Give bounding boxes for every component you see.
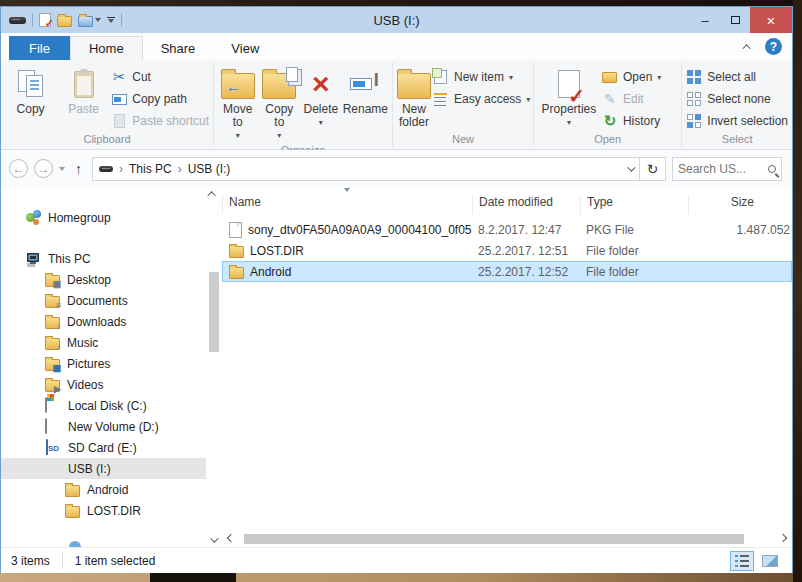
sidebar-item-new-volume-d[interactable]: New Volume (D:): [1, 416, 206, 437]
properties-button[interactable]: Properties▾: [538, 64, 600, 129]
scroll-up-icon[interactable]: [207, 191, 215, 199]
properties-icon[interactable]: ✓: [39, 13, 51, 27]
back-button[interactable]: ←: [9, 159, 28, 178]
new-folder-button[interactable]: New folder: [397, 64, 431, 129]
copy-button[interactable]: Copy: [5, 64, 56, 116]
sidebar-item-desktop[interactable]: ▣ Desktop: [1, 269, 206, 290]
sidebar-item-local-disk-c[interactable]: Local Disk (C:): [1, 395, 206, 416]
breadcrumb-usb[interactable]: USB (I:): [188, 162, 231, 176]
sidebar-item-usb-i[interactable]: USB (I:): [1, 458, 206, 479]
move-to-button[interactable]: ← Move to▾: [218, 64, 258, 142]
address-dropdown-icon[interactable]: [627, 163, 635, 171]
cut-button[interactable]: ✂ Cut: [111, 68, 209, 86]
file-row-android[interactable]: Android 25.2.2017. 12:52 File folder: [222, 261, 792, 282]
file-icon: [229, 222, 242, 238]
minimize-ribbon-icon[interactable]: [742, 44, 750, 52]
new-folder-icon[interactable]: [57, 16, 72, 27]
select-all-icon: [686, 69, 702, 85]
copy-to-button[interactable]: Copy to▾: [260, 64, 300, 142]
scroll-left-icon[interactable]: [227, 534, 235, 542]
folder-icon: [229, 267, 244, 279]
history-button[interactable]: ↻ History: [602, 112, 661, 130]
paste-shortcut-icon: [111, 113, 127, 129]
sidebar-item-downloads[interactable]: ↓ Downloads: [1, 311, 206, 332]
copy-path-button[interactable]: Copy path: [111, 90, 209, 108]
easy-access-button[interactable]: Easy access▾: [433, 90, 530, 108]
quick-access-toolbar: ✓: [9, 13, 122, 27]
thumbnails-view-button[interactable]: [758, 551, 782, 571]
details-view-button[interactable]: [730, 551, 754, 571]
minimize-button[interactable]: –: [690, 7, 720, 33]
computer-icon: [25, 251, 41, 267]
close-button[interactable]: ×: [750, 7, 792, 33]
title-bar: ✓ USB (I:) – ×: [1, 7, 792, 33]
recent-locations-icon[interactable]: [59, 167, 65, 171]
group-organize: ← Move to▾ Copy to▾ × Delete▾ I Rename O…: [214, 60, 392, 149]
column-date-modified[interactable]: Date modified: [472, 195, 580, 214]
scroll-right-icon[interactable]: [779, 534, 787, 542]
help-icon[interactable]: ?: [765, 38, 782, 55]
scrollbar-thumb[interactable]: [209, 272, 219, 352]
rename-button[interactable]: I Rename: [343, 64, 388, 116]
column-type[interactable]: Type: [580, 195, 688, 214]
sidebar-item-android[interactable]: Android: [1, 479, 206, 500]
breadcrumb-this-pc[interactable]: This PC: [129, 162, 172, 176]
sidebar-item-homegroup[interactable]: Homegroup: [1, 207, 206, 228]
music-folder-icon: ♪: [45, 338, 60, 350]
separator: [62, 553, 63, 569]
sort-indicator-icon: [344, 188, 350, 192]
dropdown-icon: [95, 18, 101, 22]
tab-share[interactable]: Share: [143, 36, 214, 60]
selection-count: 1 item selected: [75, 554, 156, 568]
open-icon: [602, 69, 618, 85]
invert-selection-icon: [686, 113, 702, 129]
sidebar-item-documents[interactable]: ≡ Documents: [1, 290, 206, 311]
select-none-button[interactable]: Select none: [686, 90, 788, 108]
up-button[interactable]: ↑: [71, 161, 86, 177]
file-row-lost-dir[interactable]: LOST.DIR 25.2.2017. 12:51 File folder: [222, 240, 792, 261]
scrollbar-thumb[interactable]: [244, 534, 744, 544]
tab-view[interactable]: View: [213, 36, 277, 60]
refresh-button[interactable]: ↻: [640, 157, 666, 181]
tab-home[interactable]: Home: [70, 36, 143, 60]
videos-folder-icon: ▶: [45, 380, 60, 392]
ribbon-tabs: File Home Share View ?: [1, 33, 792, 60]
paste-button[interactable]: Paste: [58, 64, 109, 116]
easy-access-icon: [433, 91, 449, 107]
invert-selection-button[interactable]: Invert selection: [686, 112, 788, 130]
scroll-down-icon[interactable]: [210, 534, 218, 542]
column-name[interactable]: Name: [222, 195, 472, 214]
address-bar[interactable]: › This PC › USB (I:): [92, 157, 640, 181]
maximize-button[interactable]: [720, 7, 750, 33]
dropdown-icon: [108, 19, 114, 23]
select-all-button[interactable]: Select all: [686, 68, 788, 86]
sidebar-item-pictures[interactable]: ▦ Pictures: [1, 353, 206, 374]
downloads-folder-icon: ↓: [45, 317, 60, 329]
documents-folder-icon: ≡: [45, 296, 60, 308]
move-to-icon: ←: [221, 67, 255, 101]
edit-button[interactable]: ✎ Edit: [602, 90, 661, 108]
search-box[interactable]: [672, 157, 782, 181]
sidebar-item-music[interactable]: ♪ Music: [1, 332, 206, 353]
delete-button[interactable]: × Delete▾: [301, 64, 341, 129]
paste-shortcut-button[interactable]: Paste shortcut: [111, 112, 209, 130]
tab-file[interactable]: File: [9, 36, 70, 60]
search-input[interactable]: [678, 162, 768, 176]
new-item-button[interactable]: New item▾: [433, 68, 530, 86]
customize-toolbar-button[interactable]: [107, 17, 115, 24]
horizontal-scrollbar[interactable]: [222, 531, 792, 547]
forward-button[interactable]: →: [34, 159, 53, 178]
sidebar-item-sd-card-e[interactable]: SD Card (E:): [1, 437, 206, 458]
sidebar-item-lost-dir[interactable]: LOST.DIR: [1, 500, 206, 521]
sidebar-scrollbar[interactable]: [206, 187, 222, 547]
homegroup-icon: [25, 210, 41, 226]
sidebar-item-videos[interactable]: ▶ Videos: [1, 374, 206, 395]
desktop-background: [0, 573, 802, 582]
properties-icon: [558, 67, 580, 101]
open-button[interactable]: Open▾: [602, 68, 661, 86]
file-row-sony-pkg[interactable]: sony_dtv0FA50A09A0A9_00004100_0f050... 8…: [222, 219, 792, 240]
explorer-menu-button[interactable]: [78, 13, 101, 27]
column-size[interactable]: Size: [688, 195, 792, 214]
desktop-folder-icon: ▣: [45, 275, 60, 287]
sidebar-item-this-pc[interactable]: This PC: [1, 248, 206, 269]
